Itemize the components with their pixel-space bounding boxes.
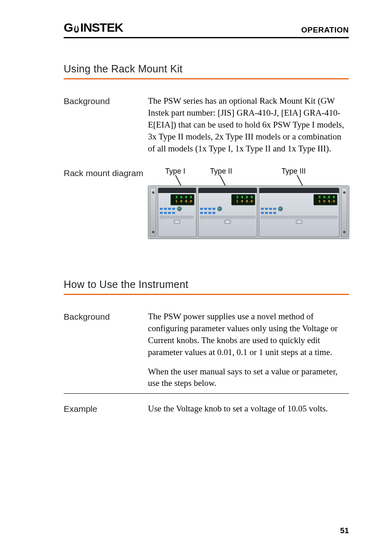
port-icon [224,220,231,224]
unit-display: 3 0.0 0 1 0 8.0 [314,194,337,205]
rack-ear-left [150,188,156,237]
port-icon [174,220,180,224]
type-3-label: Type III [281,167,306,176]
type-1-label: Type I [165,167,185,176]
use-background-text: The PSW power supplies use a novel metho… [148,311,349,390]
section-heading-use: How to Use the Instrument [64,279,349,295]
psw-unit-type-3: 3 0.0 0 1 0 8.0 [259,188,339,237]
unit-display: 3 0.0 0 1 0 8.0 [171,194,194,205]
rack-diagram: Type I Type II Type III ╲ ╲ ╲ 3 0.0 0 1 … [148,167,349,239]
brand-text: INSTEK [80,21,123,35]
type-2-label: Type II [210,167,232,176]
label-rack-diagram: Rack mount diagram [64,167,148,239]
brand-logo: G INSTEK [64,21,123,35]
label-background: Background [64,95,148,155]
logo-letter-g: G [64,21,73,35]
pointer-icon: ╲ [297,176,302,185]
rack-ear-right [341,188,347,237]
pointer-icon: ╲ [175,176,181,185]
psw-unit-type-2: 3 0.0 0 1 0 8.0 [198,188,257,237]
example-text: Use the Voltage knob to set a voltage of… [148,403,349,415]
unit-display: 3 0.0 0 1 0 8.0 [231,194,255,205]
pointer-icon: ╲ [220,176,225,185]
type-pointers: ╲ ╲ ╲ [148,176,349,185]
dial-icon [217,207,222,211]
port-icon [296,220,302,224]
label-background: Background [64,311,148,390]
header-section-name: OPERATION [301,26,349,35]
rack-illustration: 3 0.0 0 1 0 8.0 3 0.0 0 1 0 8.0 [148,186,349,239]
type-labels: Type I Type II Type III [148,167,349,176]
rack-background-text: The PSW series has an optional Rack Moun… [148,95,349,155]
plug-icon [72,23,81,32]
dial-icon [177,207,182,211]
section-heading-rack: Using the Rack Mount Kit [64,63,349,79]
page-header: G INSTEK OPERATION [64,21,349,38]
dial-icon [278,207,283,211]
page-number: 51 [340,526,349,535]
psw-unit-type-1: 3 0.0 0 1 0 8.0 [158,188,196,237]
label-example: Example [64,403,148,415]
